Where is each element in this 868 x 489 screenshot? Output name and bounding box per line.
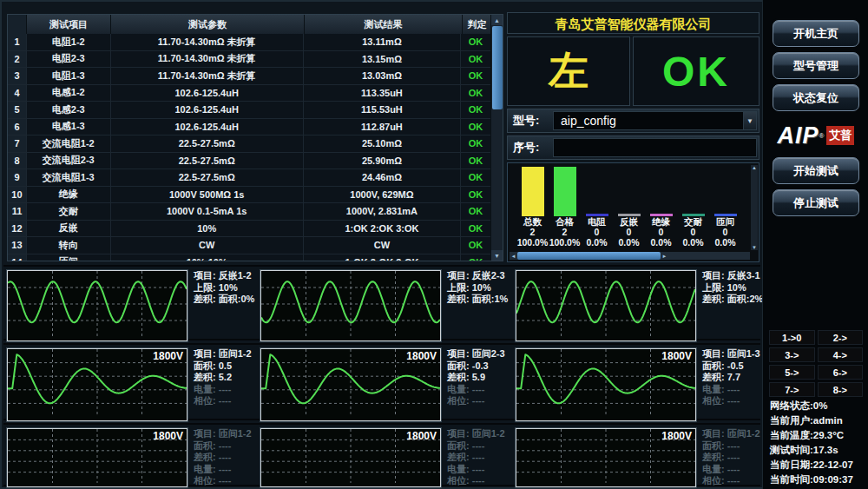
scope-group: 1800V项目: 匝间1-2面积: ----差积: ----电量: ----相位… [260,428,510,487]
scope-label-block: 项目: 反嵌3-1上限: 10%差积: 面积:2% [702,270,765,341]
oscilloscope-display: 1800V [516,348,696,421]
stats-vscrollbar[interactable]: ▲ ▼ [751,165,758,250]
sidebar-stop-test-button[interactable]: 停止测试 [773,189,859,216]
test-result-cell: CW [304,237,461,254]
row-number: 3 [8,68,27,84]
sidebar-model-manage-button[interactable]: 型号管理 [773,52,859,79]
scope-label-line: 上限: 10% [702,282,765,294]
logo-text: AIP [778,122,819,149]
table-scrollbar-thumb[interactable] [492,26,503,109]
test-result-cell: 1000V, 2.831mA [304,203,461,220]
header-param: 测试参数 [111,15,305,34]
table-row[interactable]: 6电感1-3102.6-125.4uH112.87uHOK [8,119,490,136]
judge-cell: OK [461,169,490,186]
table-row[interactable]: 4电感1-2102.6-125.4uH113.35uHOK [8,85,490,102]
oscilloscope-display [516,270,696,341]
stats-hscrollbar-thumb[interactable] [517,252,661,260]
test-param-cell: 22.5-27.5mΩ [111,135,304,152]
test-item-cell: 电感1-2 [27,85,111,102]
test-result-cell: 24.46mΩ [304,169,461,186]
scroll-left-icon[interactable]: ◄ [510,252,517,260]
judge-cell: OK [461,68,490,84]
stat-bars: 总数2100.0%合格2100.0%电阻00.0%反嵌00.0%绝缘00.0%交… [516,167,744,248]
scroll-up-icon[interactable]: ▲ [752,165,757,170]
row-number: 14 [8,254,27,261]
side-indicator: 左 [507,36,630,106]
test-param-cell: 102.6-125.4uH [111,85,304,102]
stat-label: 反嵌 [620,216,638,227]
model-dropdown[interactable]: aip_config ▼ [553,111,757,130]
test-param-cell: 22.5-27.5mΩ [111,169,304,186]
scope-label-line: 差积: 面积:2% [702,294,765,306]
stat-count: 0 [595,227,600,237]
stat-percent: 0.0% [683,237,704,248]
model-value: aip_config [561,114,616,128]
oscilloscope-display: 1800V [516,428,696,487]
stat-label: 绝缘 [652,216,670,227]
dropdown-arrow-icon[interactable]: ▼ [743,112,756,129]
test-item-cell: 电阻2-3 [27,51,111,68]
stat-label: 总数 [523,216,542,227]
io-mapping-cell: 6-> [818,365,864,380]
scope-label-line: 差积: 5.2 [194,372,256,384]
row-number: 9 [8,169,27,186]
table-row[interactable]: 10绝缘1000V 500MΩ 1s1000V, 629MΩOK [8,187,490,204]
status-block: 网络状态:0%当前用户:admin当前温度:29.3°C测试时间:17.3s当前… [770,399,867,487]
scope-label-line: 项目: 反嵌2-3 [447,270,510,282]
test-result-cell: 13.11mΩ [304,34,461,50]
table-scrollbar[interactable]: ▲ ▼ [490,15,503,261]
voltage-label: 1800V [153,430,183,442]
scope-label-line: 面积: 0.5 [194,360,256,373]
judge-cell: OK [461,102,490,118]
io-mapping-cell: 7-> [769,382,815,397]
scope-group: 1800V项目: 匝间2-3面积: -0.3差积: 5.9电量: ----相位:… [260,348,510,421]
table-row[interactable]: 7交流电阻1-222.5-27.5mΩ25.10mΩOK [8,135,490,153]
scope-label-line: 项目: 反嵌3-1 [702,270,765,282]
io-mapping-cell: 3-> [769,347,815,362]
stat-percent: 0.0% [587,237,608,248]
serial-input[interactable] [553,138,757,157]
test-item-cell: 电感1-3 [27,119,111,135]
scope-label-line: 差积: ---- [194,452,256,464]
test-result-cell: 112.87uH [304,119,461,135]
judge-cell: OK [461,237,490,254]
table-row[interactable]: 12反嵌10%1:OK 2:OK 3:OKOK [8,221,490,238]
status-line: 当前时间:09:09:37 [770,472,867,487]
table-row[interactable]: 2电阻2-311.70-14.30mΩ 未折算13.15mΩOK [8,51,490,69]
sidebar-home-button[interactable]: 开机主页 [773,20,859,47]
scope-group: 1800V项目: 匝间1-2面积: ----差积: ----电量: ----相位… [516,428,765,487]
scroll-down-icon[interactable]: ▼ [491,250,503,261]
scroll-down-icon[interactable]: ▼ [752,245,757,250]
header-result: 测试结果 [305,15,463,34]
table-row[interactable]: 9交流电阻1-322.5-27.5mΩ24.46mΩOK [8,169,490,187]
test-item-cell: 电感2-3 [27,102,111,118]
table-row[interactable]: 11交耐1000V 0.1-5mA 1s1000V, 2.831mAOK [8,203,490,221]
scroll-right-icon[interactable]: ► [661,252,668,260]
table-row[interactable]: 14匝间10% 10%1:OK 2:OK 3:OKOK [8,254,490,261]
scope-group: 1800V项目: 匝间1-2面积: ----差积: ----电量: ----相位… [7,428,256,487]
sidebar-start-test-button[interactable]: 开始测试 [773,157,859,184]
table-row[interactable]: 13转向CWCWOK [8,237,490,254]
table-row[interactable]: 3电阻1-311.70-14.30mΩ 未折算13.03mΩOK [8,68,490,85]
stat-column: 匝间00.0% [709,167,741,248]
model-label: 型号: [510,113,553,129]
scroll-up-icon[interactable]: ▲ [491,15,503,25]
test-result-cell: 13.15mΩ [304,51,461,68]
stats-hscrollbar[interactable]: ◄ ► [510,252,750,260]
table-row[interactable]: 5电感2-3102.6-125.4uH115.53uHOK [8,102,490,119]
test-param-cell: 1000V 500MΩ 1s [111,187,304,203]
table-row[interactable]: 8交流电阻2-322.5-27.5mΩ25.90mΩOK [8,153,490,170]
scope-label-line: 项目: 反嵌1-2 [194,270,256,282]
table-row[interactable]: 1电阻1-211.70-14.30mΩ 未折算13.11mΩOK [8,34,490,51]
stat-bar-zone [554,167,576,216]
test-result-cell: 13.03mΩ [304,68,461,84]
stat-count: 2 [530,227,536,237]
scope-label-line: 面积: ---- [702,440,765,453]
stat-percent: 100.0% [517,237,549,248]
logo-cn-text: 艾普 [826,126,854,145]
header-item: 测试项目 [27,15,111,34]
sidebar-status-reset-button[interactable]: 状态复位 [773,84,859,111]
stat-count: 0 [659,227,664,237]
scope-label-line: 相位: ---- [194,395,256,407]
table-header: 测试项目 测试参数 测试结果 判定 [8,15,503,34]
